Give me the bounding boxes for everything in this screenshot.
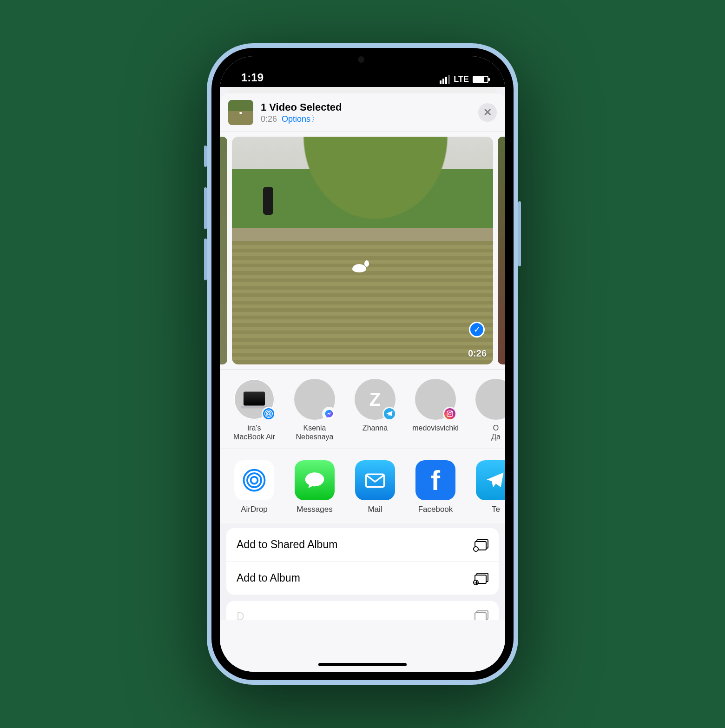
- contact-label: MacBook Air: [230, 432, 278, 441]
- video-duration-badge: 0:26: [468, 348, 487, 359]
- volume-up-button[interactable]: [204, 187, 207, 229]
- app-label: AirDrop: [230, 505, 278, 514]
- stacked-card-hint: [228, 87, 497, 93]
- action-label: Add to Shared Album: [237, 538, 337, 551]
- contact-person[interactable]: medovisvichki: [411, 379, 460, 441]
- contact-label: Zhanna: [351, 424, 399, 432]
- contact-person[interactable]: Z Zhanna: [351, 379, 399, 441]
- contact-person[interactable]: Ksenia Nebesnaya: [290, 379, 339, 441]
- cell-signal-icon: [440, 75, 450, 84]
- contact-label: О: [472, 424, 505, 432]
- app-facebook[interactable]: f Facebook: [411, 460, 460, 514]
- preview-next-peek[interactable]: [498, 137, 505, 364]
- sheet-header: 1 Video Selected 0:26 Options 〉 ✕: [220, 93, 505, 132]
- shared-album-icon: [475, 539, 488, 550]
- app-label: Facebook: [411, 505, 460, 514]
- app-mail[interactable]: Mail: [351, 460, 399, 514]
- selection-thumbnail: [228, 100, 253, 125]
- chevron-right-icon: 〉: [311, 114, 319, 124]
- share-contacts-row[interactable]: ira's MacBook Air Ksenia Nebesnaya: [220, 370, 505, 449]
- sheet-title: 1 Video Selected: [261, 101, 471, 113]
- contact-airdrop-device[interactable]: ira's MacBook Air: [230, 379, 278, 441]
- close-button[interactable]: ✕: [478, 103, 497, 122]
- home-indicator[interactable]: [318, 663, 407, 666]
- airdrop-icon: [234, 460, 274, 500]
- action-duplicate-peek[interactable]: D: [226, 601, 499, 620]
- options-label: Options: [282, 114, 310, 124]
- contact-label: Ksenia: [290, 424, 339, 432]
- contact-label: ira's: [230, 424, 278, 432]
- sheet-duration: 0:26: [261, 114, 277, 124]
- action-add-shared-album[interactable]: Add to Shared Album: [226, 528, 499, 561]
- battery-icon: [473, 76, 488, 83]
- messenger-badge-icon: [322, 407, 336, 421]
- svg-point-4: [448, 412, 451, 415]
- app-messages[interactable]: Messages: [290, 460, 339, 514]
- svg-point-1: [266, 411, 271, 417]
- share-sheet: 1 Video Selected 0:26 Options 〉 ✕: [220, 93, 505, 672]
- album-icon: [475, 573, 488, 584]
- share-apps-row[interactable]: AirDrop Messages Mail: [220, 449, 505, 523]
- svg-point-0: [268, 413, 270, 415]
- instagram-badge-icon: [443, 407, 457, 421]
- action-label: D: [237, 610, 244, 616]
- svg-point-7: [247, 473, 261, 487]
- macbook-icon: [244, 392, 265, 406]
- contact-person[interactable]: О Да: [472, 379, 505, 441]
- action-add-album[interactable]: Add to Album: [226, 562, 499, 595]
- power-button[interactable]: [518, 201, 521, 266]
- volume-down-button[interactable]: [204, 238, 207, 280]
- notch: [297, 48, 428, 67]
- app-airdrop[interactable]: AirDrop: [230, 460, 278, 514]
- mail-icon: [355, 460, 395, 500]
- clock: 1:19: [241, 71, 264, 84]
- phone-frame: 1:19 LTE 1 Video Selected 0:26: [207, 43, 518, 685]
- duplicate-icon: [475, 610, 488, 620]
- contact-label: Nebesnaya: [290, 432, 339, 441]
- preview-prev-peek[interactable]: [220, 137, 227, 364]
- facebook-icon: f: [415, 460, 455, 500]
- app-label: Te: [472, 505, 505, 514]
- share-actions-list: Add to Shared Album Add to Album D: [220, 523, 505, 620]
- app-label: Mail: [351, 505, 399, 514]
- app-telegram[interactable]: Te: [472, 460, 505, 514]
- app-label: Messages: [290, 505, 339, 514]
- messages-icon: [295, 460, 335, 500]
- network-label: LTE: [454, 74, 469, 84]
- selected-check-icon: ✓: [469, 322, 485, 338]
- preview-selected-video[interactable]: ✓ 0:26: [232, 137, 493, 364]
- svg-point-6: [251, 477, 258, 484]
- contact-label: medovisvichki: [411, 424, 460, 432]
- airdrop-badge-icon: [262, 407, 276, 421]
- action-label: Add to Album: [237, 572, 300, 584]
- contact-label: Да: [472, 432, 505, 441]
- options-button[interactable]: Options 〉: [282, 114, 319, 124]
- svg-point-5: [451, 411, 452, 412]
- silence-switch[interactable]: [204, 146, 207, 167]
- telegram-badge-icon: [382, 407, 396, 421]
- preview-carousel[interactable]: ✓ 0:26: [220, 132, 505, 370]
- telegram-icon: [476, 460, 505, 500]
